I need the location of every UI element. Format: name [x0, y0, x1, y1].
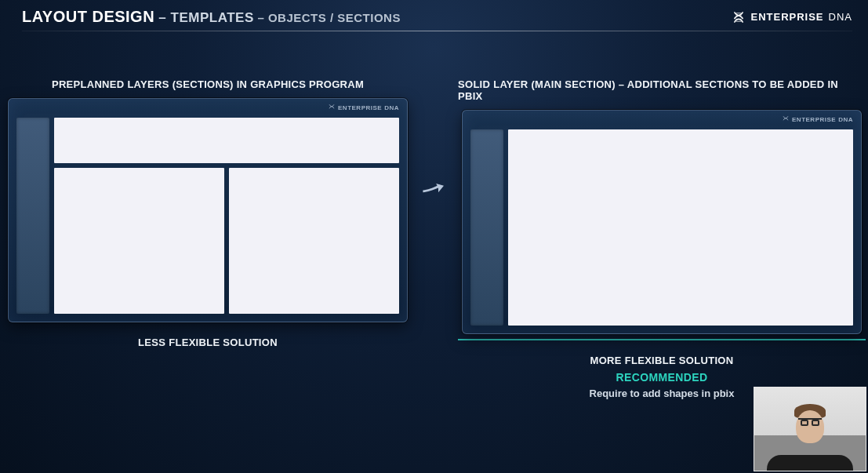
recommended-label: RECOMMENDED [616, 371, 707, 384]
brand-word1: ENTERPRISE [750, 11, 823, 23]
mock-panels [54, 118, 399, 314]
left-title: PREPLANNED LAYERS (SECTIONS) IN GRAPHICS… [52, 78, 364, 90]
mock-toprow [54, 118, 399, 163]
title-sep2: – [254, 11, 268, 24]
presenter-webcam [754, 387, 866, 471]
lens [812, 420, 819, 426]
title-main: LAYOUT DESIGN [22, 8, 154, 25]
dna-icon [328, 104, 336, 111]
mock-sidebar [16, 118, 49, 314]
title-sep: – [154, 10, 170, 25]
presenter-head [796, 410, 824, 443]
mock-cell-right [229, 168, 399, 314]
mock-brand1: ENTERPRISE [792, 116, 836, 123]
left-mock-window: ENTERPRISE DNA [8, 98, 408, 322]
lens [801, 420, 808, 426]
right-caption: MORE FLEXIBLE SOLUTION [590, 355, 734, 366]
presenter-glasses [798, 418, 822, 424]
mock-brand2: DNA [384, 104, 399, 111]
mock-cell-left [54, 168, 224, 314]
mock-brand1: ENTERPRISE [338, 104, 382, 111]
right-mock-window: ENTERPRISE DNA [462, 110, 862, 334]
content-row: PREPLANNED LAYERS (SECTIONS) IN GRAPHICS… [0, 31, 868, 399]
left-column: PREPLANNED LAYERS (SECTIONS) IN GRAPHICS… [8, 78, 408, 348]
brand-word2: DNA [829, 11, 852, 23]
teal-underline [458, 339, 866, 340]
arrow-column [422, 78, 444, 198]
arrow-right-icon [422, 180, 444, 198]
mock-main-panel [508, 129, 853, 326]
right-column: SOLID LAYER (MAIN SECTION) – ADDITIONAL … [458, 78, 866, 399]
mock-bottomrow [54, 168, 399, 314]
mock-brand2: DNA [838, 116, 853, 123]
left-caption: LESS FLEXIBLE SOLUTION [138, 337, 278, 348]
title-sub2: OBJECTS / SECTIONS [268, 11, 401, 24]
slide-header: LAYOUT DESIGN – TEMPLATES – OBJECTS / SE… [0, 0, 868, 31]
presenter-body [767, 455, 853, 471]
brand-logo: ENTERPRISE DNA [732, 10, 852, 24]
mock-sidebar [470, 129, 503, 326]
right-title: SOLID LAYER (MAIN SECTION) – ADDITIONAL … [458, 78, 866, 102]
webcam-bg [754, 387, 866, 435]
mock-brand: ENTERPRISE DNA [782, 115, 853, 123]
dna-icon [732, 10, 746, 24]
title-sub1: TEMPLATES [171, 10, 254, 25]
right-note: Require to add shapes in pbix [590, 387, 735, 399]
slide-title: LAYOUT DESIGN – TEMPLATES – OBJECTS / SE… [22, 8, 401, 26]
mock-brand: ENTERPRISE DNA [328, 104, 399, 111]
dna-icon [782, 115, 790, 123]
